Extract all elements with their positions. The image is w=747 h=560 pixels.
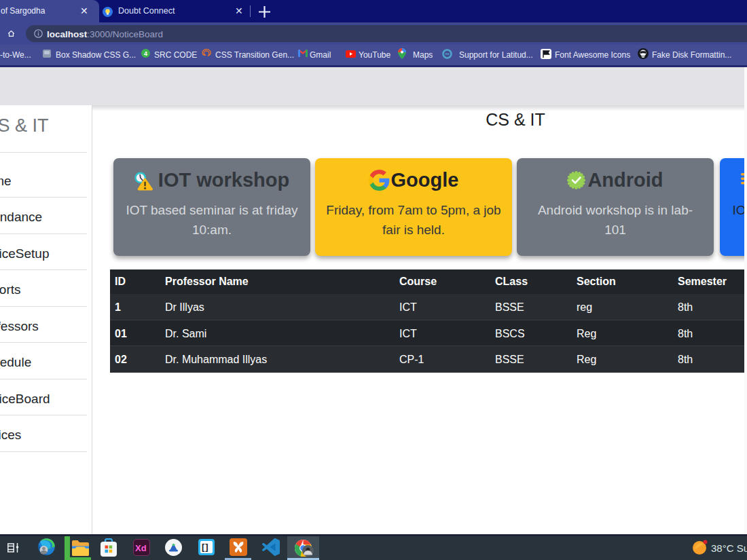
- svg-text:4: 4: [144, 50, 147, 57]
